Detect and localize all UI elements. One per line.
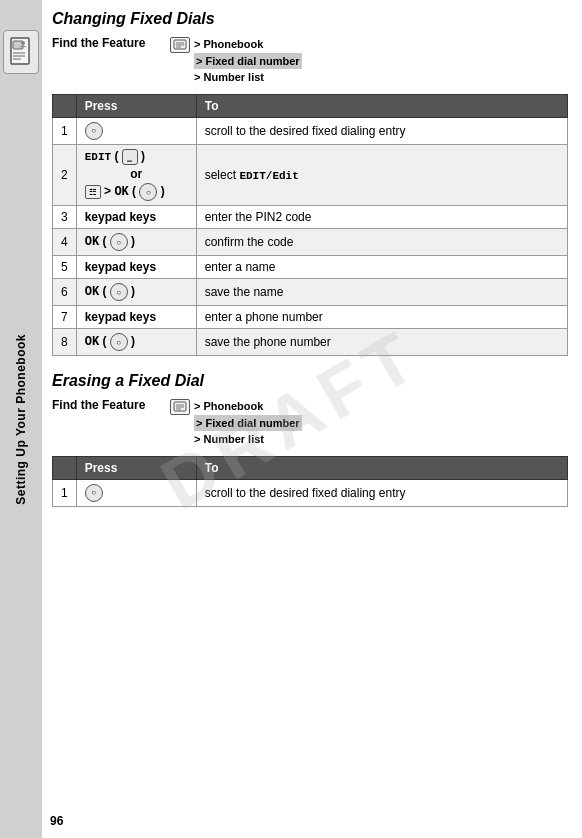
step-num: 2 <box>53 144 77 206</box>
step-num: 3 <box>53 206 77 229</box>
edit-label: EDIT ( ⎯ ) <box>85 149 188 166</box>
table-row: 4 OK ( ○ ) confirm the code <box>53 229 568 256</box>
page-wrapper: Setting Up Your Phonebook Changing Fixed… <box>0 0 582 838</box>
to-cell: confirm the code <box>196 229 567 256</box>
path-line1-1: > Phonebook <box>194 36 302 53</box>
step-num: 5 <box>53 256 77 279</box>
nav-icon-6: ○ <box>110 283 128 301</box>
find-feature-row-2: Find the Feature > Phonebook > Fixed dia… <box>52 398 568 448</box>
feature-path-1: > Phonebook > Fixed dial number > Number… <box>194 36 302 86</box>
press-cell: keypad keys <box>76 306 196 329</box>
menu-icon-1 <box>170 37 190 53</box>
press-cell: OK ( ○ ) <box>76 329 196 356</box>
or-label: or <box>85 167 188 181</box>
path-line2-1: > Fixed dial number <box>194 53 302 70</box>
step-num: 8 <box>53 329 77 356</box>
instruction-table-2: Press To 1 ○ scroll to the desired fixed… <box>52 456 568 507</box>
table-row: 2 EDIT ( ⎯ ) or ☷ > OK ( ○ ) select EDIT… <box>53 144 568 206</box>
feature-icon-block-1: > Phonebook > Fixed dial number > Number… <box>170 36 302 86</box>
nav-icon: ○ <box>85 122 103 140</box>
press-cell: ○ <box>76 117 196 144</box>
table-row: 1 ○ scroll to the desired fixed dialing … <box>53 117 568 144</box>
col-to-header-2: To <box>196 456 567 479</box>
table-row: 7 keypad keys enter a phone number <box>53 306 568 329</box>
step-num: 6 <box>53 279 77 306</box>
nav-icon-4: ○ <box>110 233 128 251</box>
nav-icon-ok: ○ <box>139 183 157 201</box>
press-cell: EDIT ( ⎯ ) or ☷ > OK ( ○ ) <box>76 144 196 206</box>
nav-icon-s2: ○ <box>85 484 103 502</box>
step-num: 1 <box>53 479 77 506</box>
press-cell: OK ( ○ ) <box>76 279 196 306</box>
press-cell: keypad keys <box>76 256 196 279</box>
svg-point-5 <box>21 41 25 45</box>
to-cell: save the name <box>196 279 567 306</box>
press-cell: ○ <box>76 479 196 506</box>
find-feature-row-1: Find the Feature > Phonebook > Fixed dia… <box>52 36 568 86</box>
table-row: 3 keypad keys enter the PIN2 code <box>53 206 568 229</box>
svg-rect-10 <box>174 402 186 411</box>
step-num: 4 <box>53 229 77 256</box>
nav-icon-8: ○ <box>110 333 128 351</box>
svg-rect-6 <box>174 40 186 49</box>
section2-title: Erasing a Fixed Dial <box>52 372 568 390</box>
page-number: 96 <box>50 814 63 828</box>
to-cell: enter a phone number <box>196 306 567 329</box>
path-line3-1: > Number list <box>194 69 302 86</box>
to-cell: select EDIT/Edit <box>196 144 567 206</box>
sidebar: Setting Up Your Phonebook <box>0 0 42 838</box>
press-cell: keypad keys <box>76 206 196 229</box>
phone-book-icon <box>3 30 39 74</box>
path-line1-2: > Phonebook <box>194 398 302 415</box>
col-press-1 <box>53 94 77 117</box>
sidebar-label: Setting Up Your Phonebook <box>14 334 28 505</box>
table-row: 1 ○ scroll to the desired fixed dialing … <box>53 479 568 506</box>
to-cell: scroll to the desired fixed dialing entr… <box>196 117 567 144</box>
to-cell: enter the PIN2 code <box>196 206 567 229</box>
find-feature-label-2: Find the Feature <box>52 398 162 412</box>
step-num: 1 <box>53 117 77 144</box>
table-row: 5 keypad keys enter a name <box>53 256 568 279</box>
col-press-header-1: Press <box>76 94 196 117</box>
menu-icon-2 <box>170 399 190 415</box>
instruction-table-1: Press To 1 ○ scroll to the desired fixed… <box>52 94 568 357</box>
to-cell: save the phone number <box>196 329 567 356</box>
menu-ok-label: ☷ > OK ( ○ ) <box>85 183 188 201</box>
combined-press: EDIT ( ⎯ ) or ☷ > OK ( ○ ) <box>85 149 188 202</box>
col-to-header-1: To <box>196 94 567 117</box>
section1-title: Changing Fixed Dials <box>52 10 568 28</box>
table-row: 6 OK ( ○ ) save the name <box>53 279 568 306</box>
feature-path-2: > Phonebook > Fixed dial number > Number… <box>194 398 302 448</box>
path-line2-2: > Fixed dial number <box>194 415 302 432</box>
to-cell: enter a name <box>196 256 567 279</box>
to-cell: scroll to the desired fixed dialing entr… <box>196 479 567 506</box>
table-row: 8 OK ( ○ ) save the phone number <box>53 329 568 356</box>
path-line3-2: > Number list <box>194 431 302 448</box>
main-content: Changing Fixed Dials Find the Feature > … <box>42 0 582 838</box>
col-num-2 <box>53 456 77 479</box>
feature-icon-block-2: > Phonebook > Fixed dial number > Number… <box>170 398 302 448</box>
press-cell: OK ( ○ ) <box>76 229 196 256</box>
step-num: 7 <box>53 306 77 329</box>
col-press-header-2: Press <box>76 456 196 479</box>
find-feature-label-1: Find the Feature <box>52 36 162 50</box>
